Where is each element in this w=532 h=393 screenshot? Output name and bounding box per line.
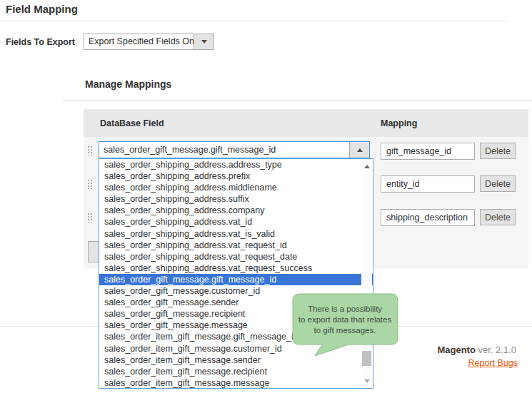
manage-mappings-title: Manage Mappings	[85, 78, 171, 90]
dropdown-option[interactable]: sales_order_shipping_address.vat_is_vali…	[99, 228, 373, 240]
drag-handle-icon[interactable]	[87, 179, 93, 189]
dropdown-option[interactable]: sales_order_shipping_address.address_typ…	[99, 159, 373, 170]
tooltip-bubble-shape	[293, 294, 398, 356]
mappings-table-header: DataBase Field Mapping	[84, 109, 528, 137]
dropdown-option[interactable]: sales_order_item_gift_message.message	[99, 377, 373, 389]
version-text: ver. 2.1.0	[478, 344, 516, 355]
dropdown-option[interactable]: sales_order_shipping_address.vat_id	[99, 216, 373, 228]
database-field-select-value: sales_order_gift_message.gift_message_id	[99, 142, 349, 158]
column-header-database-field: DataBase Field	[100, 118, 164, 128]
tooltip-line-3: to gift messages.	[314, 326, 376, 335]
manage-mappings-divider	[63, 100, 532, 101]
gift-message-tooltip: There is a possibility to export data th…	[289, 290, 403, 362]
fields-to-export-select[interactable]: Export Specified Fields Only	[84, 34, 214, 50]
report-bugs-link[interactable]: Report Bugs	[468, 358, 518, 368]
footer-version: Magento ver. 2.1.0	[437, 344, 516, 355]
dropdown-option[interactable]: sales_order_shipping_address.company	[99, 205, 373, 216]
dropdown-option[interactable]: sales_order_shipping_address.suffix	[99, 193, 373, 205]
page-title: Field Mapping	[6, 3, 78, 15]
title-divider	[0, 21, 508, 21]
scrollbar-up-button[interactable]	[361, 161, 372, 171]
drag-handle-icon[interactable]	[87, 213, 93, 223]
fields-to-export-dropdown-button[interactable]	[194, 34, 214, 49]
dropdown-option[interactable]: sales_order_shipping_address.vat_request…	[99, 262, 373, 274]
dropdown-option[interactable]: sales_order_item_gift_message.recipient	[99, 366, 373, 377]
select-collapse-button[interactable]	[349, 142, 369, 158]
drag-handle-icon[interactable]	[87, 146, 93, 155]
scroll-up-icon	[364, 165, 370, 168]
chevron-up-icon	[357, 148, 363, 152]
dropdown-option[interactable]: sales_order_shipping_address.prefix	[99, 170, 373, 182]
tooltip-line-1: There is a possibility	[308, 305, 382, 313]
delete-button[interactable]: Delete	[480, 143, 516, 159]
magento-logo-text: Magento	[437, 344, 475, 355]
tooltip-line-2: to export data that relates	[298, 315, 392, 324]
dropdown-option[interactable]: sales_order_shipping_address.middlename	[99, 182, 373, 193]
dropdown-option[interactable]: sales_order_shipping_address.vat_request…	[99, 251, 373, 262]
dropdown-option[interactable]: sales_order_shipping_address.vat_request…	[99, 240, 373, 251]
chevron-down-icon	[201, 40, 207, 44]
dropdown-option-selected[interactable]: sales_order_gift_message.gift_message_id	[99, 274, 373, 285]
mapping-input[interactable]	[381, 143, 475, 160]
mapping-input[interactable]	[381, 209, 475, 226]
column-header-mapping: Mapping	[381, 118, 417, 128]
delete-button[interactable]: Delete	[480, 209, 516, 225]
fields-to-export-value: Export Specified Fields Only	[84, 34, 194, 49]
mapping-input[interactable]	[381, 175, 475, 193]
scroll-down-icon	[364, 379, 370, 383]
database-field-select[interactable]: sales_order_gift_message.gift_message_id	[99, 141, 370, 158]
fields-to-export-label: Fields To Export	[6, 37, 75, 47]
delete-button[interactable]: Delete	[480, 175, 516, 192]
scrollbar-down-button[interactable]	[361, 377, 372, 386]
